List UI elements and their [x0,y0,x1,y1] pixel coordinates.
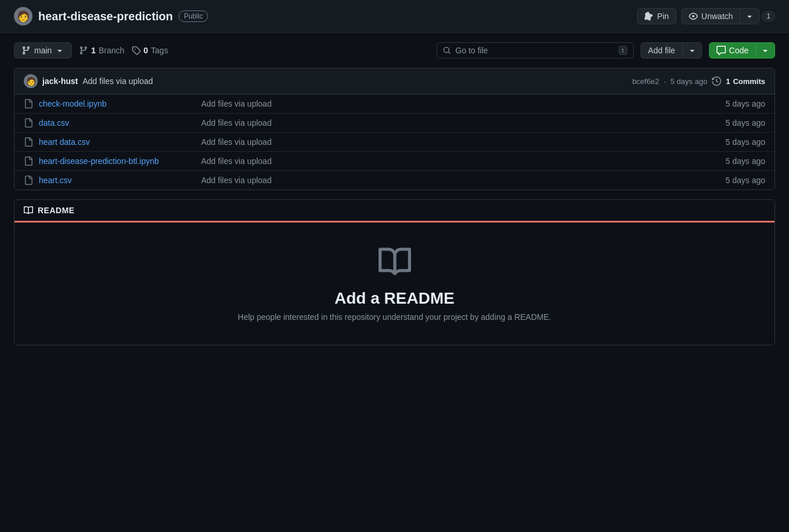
search-input[interactable] [456,46,614,55]
file-name[interactable]: check-model.ipynb [39,99,201,108]
readme-body: Add a README Help people interested in t… [14,223,775,345]
commit-separator: · [664,77,666,86]
file-icon [24,156,33,166]
add-file-label: Add file [648,46,675,55]
unwatch-count: 1 [762,11,775,21]
branches-count: 1 [91,46,96,55]
file-table: 🧑 jack-hust Add files via upload bcef6e2… [14,68,775,190]
table-row: heart data.csv Add files via upload 5 da… [14,133,775,152]
search-shortcut: t [619,46,627,55]
unwatch-label: Unwatch [701,12,733,21]
file-time: 5 days ago [696,156,765,166]
eye-icon [689,12,698,21]
code-button[interactable]: Code [709,42,755,59]
branches-label: Branch [99,46,124,55]
file-time: 5 days ago [696,99,765,108]
commits-label: Commits [733,77,765,86]
branch-meta-icon [79,46,88,55]
file-name[interactable]: heart data.csv [39,137,201,147]
file-commit-msg: Add files via upload [201,176,696,185]
add-file-chevron-icon [688,46,697,55]
file-name[interactable]: data.csv [39,118,201,127]
commit-author[interactable]: jack-hust [42,76,78,86]
pin-label: Pin [657,12,669,21]
file-commit-msg: Add files via upload [201,156,696,166]
tags-label: Tags [151,46,168,55]
file-icon [24,137,33,147]
unwatch-dropdown-button[interactable] [740,8,759,24]
file-commit-msg: Add files via upload [201,99,696,108]
file-time: 5 days ago [696,118,765,127]
commits-count: 1 [726,77,730,86]
file-icon [24,176,33,185]
file-icon [24,99,33,108]
visibility-badge: Public [179,10,208,22]
file-icon [24,118,33,127]
table-row: check-model.ipynb Add files via upload 5… [14,94,775,114]
code-button-group: Code [709,42,775,59]
tag-icon [132,46,141,55]
add-file-button-group: Add file [641,42,702,59]
file-time: 5 days ago [696,137,765,147]
file-commit-msg: Add files via upload [201,137,696,147]
file-time: 5 days ago [696,176,765,185]
commit-time: 5 days ago [671,77,708,86]
pin-icon [645,12,654,21]
pin-button[interactable]: Pin [637,8,677,24]
avatar: 🧑 [14,7,32,25]
add-file-button[interactable]: Add file [641,42,682,59]
file-name[interactable]: heart-disease-prediction-btl.ipynb [39,156,201,166]
file-commit-msg: Add files via upload [201,118,696,127]
tags-count: 0 [144,46,148,55]
unwatch-button[interactable]: Unwatch [681,8,740,24]
readme-header: README [14,200,775,223]
code-label: Code [729,46,748,55]
add-file-dropdown[interactable] [682,42,702,59]
repo-content: 🧑 jack-hust Add files via upload bcef6e2… [0,68,789,359]
table-row: data.csv Add files via upload 5 days ago [14,114,775,133]
readme-title: README [38,206,75,215]
repo-title-area: 🧑 heart-disease-prediction Public [14,7,208,25]
readme-section: README Add a README Help people interest… [14,199,775,345]
readme-book-icon [379,246,411,278]
code-icon [717,46,726,55]
tags-link[interactable]: 0 Tags [132,46,168,55]
branch-name: main [34,46,52,55]
file-rows-container: check-model.ipynb Add files via upload 5… [14,94,775,190]
commit-info-left: 🧑 jack-hust Add files via upload [24,74,153,88]
commit-message: Add files via upload [82,76,152,86]
history-icon [712,76,721,86]
book-icon [24,206,33,215]
search-bar[interactable]: t [437,42,634,59]
unwatch-button-group: Unwatch 1 [681,8,775,24]
repo-toolbar: main 1 Branch 0 Tags t Add file [0,33,789,68]
code-chevron-icon [761,46,770,55]
readme-add-desc: Help people interested in this repositor… [28,312,761,322]
commit-info-right: bcef6e2 · 5 days ago 1 Commits [632,76,765,86]
commit-hash[interactable]: bcef6e2 [632,77,659,86]
code-dropdown[interactable] [755,42,775,59]
commits-link[interactable]: 1 Commits [726,77,765,86]
search-icon [443,46,451,55]
readme-add-title: Add a README [28,289,761,308]
file-name[interactable]: heart.csv [39,176,201,185]
repo-name: heart-disease-prediction [38,10,173,23]
branches-link[interactable]: 1 Branch [79,46,124,55]
branch-chevron-icon [55,46,64,55]
branch-icon [21,46,31,55]
header-actions: Pin Unwatch 1 [637,8,775,24]
branch-select[interactable]: main [14,42,72,59]
table-row: heart.csv Add files via upload 5 days ag… [14,171,775,190]
commit-avatar: 🧑 [24,74,38,88]
table-row: heart-disease-prediction-btl.ipynb Add f… [14,152,775,171]
commit-info-row: 🧑 jack-hust Add files via upload bcef6e2… [14,68,775,94]
repo-header: 🧑 heart-disease-prediction Public Pin Un… [0,0,789,33]
chevron-down-icon [745,12,754,21]
